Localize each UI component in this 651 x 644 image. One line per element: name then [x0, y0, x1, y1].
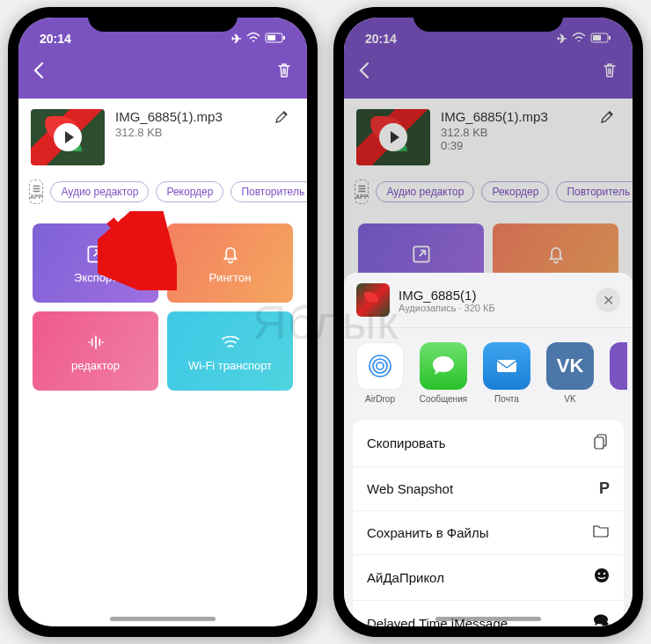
- play-icon[interactable]: [54, 123, 82, 151]
- status-time: 20:14: [40, 32, 71, 46]
- share-subtitle: Аудиозапись · 320 КБ: [399, 303, 495, 313]
- wifi-icon: [246, 32, 260, 46]
- share-app-label: VK: [564, 394, 575, 404]
- smile-icon: [594, 567, 610, 588]
- mail-icon: [483, 342, 530, 390]
- action-label: Web Snapshot: [367, 481, 453, 496]
- battery-icon: [265, 32, 286, 46]
- home-indicator: [435, 617, 541, 621]
- share-app-mail[interactable]: Почта: [483, 342, 530, 404]
- share-app-label: Почта: [494, 394, 519, 404]
- tool-chips-row: ☰APP Аудио редактор Рекордер Повторитель: [18, 176, 307, 215]
- tile-editor-label: редактор: [71, 359, 120, 372]
- tile-ringtone-label: Рингтон: [208, 271, 251, 284]
- share-apps-row: AirDrop Сообщения Почта VK VK: [344, 328, 633, 411]
- share-app-messages[interactable]: Сообщения: [420, 342, 467, 404]
- share-meta: IMG_6885(1) Аудиозапись · 320 КБ: [399, 288, 495, 313]
- svg-point-15: [595, 568, 609, 582]
- waveform-icon: [84, 331, 107, 354]
- file-meta: IMG_6885(1).mp3 312.8 KB: [115, 109, 258, 139]
- chip-repeater[interactable]: Повторитель: [230, 181, 307, 202]
- messages-icon: [420, 342, 467, 390]
- home-indicator: [110, 617, 216, 621]
- share-header: IMG_6885(1) Аудиозапись · 320 КБ ✕: [344, 283, 633, 328]
- folder-icon: [592, 523, 610, 542]
- svg-rect-12: [497, 360, 516, 372]
- share-app-airdrop[interactable]: AirDrop: [356, 342, 404, 404]
- share-actions-list: Скопировать Web Snapshot P Сохранить в Ф…: [353, 420, 624, 626]
- close-icon[interactable]: ✕: [596, 288, 620, 312]
- action-tiles: Экспорт Рингтон редактор Wi-Fi транспорт: [33, 223, 293, 391]
- airplane-icon: ✈: [231, 32, 242, 46]
- phone-left: 20:14 ✈: [8, 7, 318, 637]
- action-delayed-imessage[interactable]: Delayed Time iMessage: [353, 601, 624, 626]
- share-app-label: Сообщения: [420, 394, 467, 404]
- action-web-snapshot[interactable]: Web Snapshot P: [353, 467, 624, 511]
- tile-export-label: Экспорт: [74, 271, 117, 284]
- screen-left: 20:14 ✈: [18, 18, 307, 626]
- action-label: Сохранить в Файлы: [367, 525, 489, 540]
- file-thumbnail[interactable]: [31, 109, 105, 165]
- action-aidaprikol[interactable]: АйДаПрикол: [353, 555, 624, 601]
- action-label: Скопировать: [367, 435, 446, 450]
- extra-app-icon: [610, 342, 627, 390]
- chat-icon: [592, 613, 610, 626]
- tile-export[interactable]: Экспорт: [33, 223, 158, 303]
- trash-button[interactable]: [275, 62, 293, 84]
- file-info-row: IMG_6885(1).mp3 312.8 KB: [18, 99, 307, 176]
- screen-right: 20:14 ✈: [344, 18, 633, 626]
- action-label: АйДаПрикол: [367, 570, 444, 585]
- edit-icon[interactable]: [268, 109, 295, 129]
- share-title: IMG_6885(1): [399, 288, 495, 303]
- svg-point-16: [598, 573, 601, 575]
- share-thumb: [356, 283, 390, 317]
- export-icon: [84, 243, 107, 266]
- snapshot-icon: P: [599, 479, 610, 498]
- svg-rect-14: [595, 437, 603, 449]
- tile-wifi-label: Wi-Fi транспорт: [188, 359, 272, 372]
- share-app-label: AirDrop: [365, 394, 395, 404]
- svg-rect-1: [283, 36, 285, 40]
- wifi-icon: [219, 331, 242, 354]
- notch: [88, 7, 238, 32]
- airdrop-icon: [356, 342, 404, 390]
- svg-point-9: [377, 362, 384, 370]
- action-copy[interactable]: Скопировать: [353, 420, 624, 467]
- tile-editor[interactable]: редактор: [33, 311, 158, 391]
- share-app-vk[interactable]: VK VK: [546, 342, 594, 404]
- copy-icon: [592, 432, 610, 454]
- file-size: 312.8 KB: [115, 126, 258, 139]
- back-button[interactable]: [33, 62, 45, 84]
- tile-ringtone[interactable]: Рингтон: [167, 223, 293, 303]
- chip-audio-editor[interactable]: Аудио редактор: [50, 181, 149, 202]
- status-icons: ✈: [231, 32, 286, 46]
- tile-wifi-transport[interactable]: Wi-Fi транспорт: [167, 311, 293, 391]
- file-name: IMG_6885(1).mp3: [115, 109, 258, 124]
- vk-icon: VK: [546, 342, 594, 390]
- svg-point-10: [373, 359, 387, 373]
- action-save-to-files[interactable]: Сохранить в Файлы: [353, 511, 624, 555]
- phone-right: 20:14 ✈: [333, 7, 643, 637]
- share-sheet: IMG_6885(1) Аудиозапись · 320 КБ ✕ AirDr…: [344, 273, 633, 626]
- svg-rect-2: [267, 35, 275, 40]
- bell-icon: [219, 243, 242, 266]
- app-icon[interactable]: ☰APP: [29, 179, 43, 204]
- chip-recorder[interactable]: Рекордер: [156, 181, 223, 202]
- share-app-more[interactable]: [610, 342, 627, 404]
- nav-bar: [18, 53, 307, 84]
- svg-point-17: [603, 573, 606, 575]
- notch: [413, 7, 563, 32]
